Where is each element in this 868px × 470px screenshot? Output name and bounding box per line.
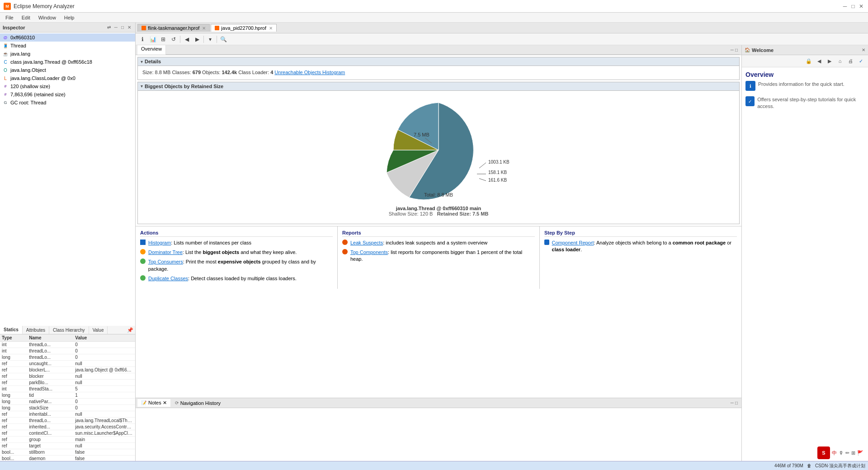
table-row[interactable]: refinheritabl...null (0, 411, 135, 418)
sub-tabs-max[interactable]: □ (735, 47, 738, 52)
welcome-print-btn[interactable]: 🖨 (846, 57, 855, 65)
dominator-link[interactable]: Dominator Tree (148, 249, 183, 255)
tree-item-address[interactable]: @ 0xff660310 (0, 33, 135, 42)
cell-type: ref (0, 437, 27, 443)
svg-line-3 (479, 179, 486, 181)
tree-item-gc[interactable]: G GC root: Thread (0, 99, 135, 107)
menu-file[interactable]: File (2, 14, 17, 21)
notes-tab[interactable]: 📝 Notes ✕ (137, 399, 170, 407)
table-row[interactable]: refinherited...java.security.AccessContr… (0, 424, 135, 430)
sub-tab-overview[interactable]: Overview (137, 45, 166, 55)
welcome-forward-btn[interactable]: ▶ (825, 57, 834, 65)
csdn-mic-btn[interactable]: 🎙 (839, 450, 844, 456)
welcome-controls[interactable]: ✕ (862, 47, 865, 52)
csdn-flag-btn[interactable]: 🚩 (857, 450, 863, 456)
table-row[interactable]: refgroupmain (0, 437, 135, 443)
component-report-link[interactable]: Component Report (552, 240, 594, 245)
toolbar-chart-btn[interactable]: 📊 (148, 35, 158, 44)
sub-tabs-min[interactable]: ─ (731, 47, 734, 52)
table-row[interactable]: reftargetnull (0, 443, 135, 449)
inspector-close-btn[interactable]: ✕ (126, 24, 132, 30)
file-tab-java-pid[interactable]: java_pid22700.hprof ✕ (211, 24, 277, 32)
biggest-objects-header[interactable]: ▾ Biggest Objects by Retained Size (138, 82, 739, 91)
table-row[interactable]: longstackSize0 (0, 405, 135, 411)
welcome-close[interactable]: ✕ (862, 47, 865, 52)
table-row[interactable]: refthreadLo...java.lang.ThreadLocal$Thre… (0, 418, 135, 424)
tree-item-classloader[interactable]: L java.lang.ClassLoader @ 0x0 (0, 74, 135, 82)
bottom-min-btn[interactable]: ─ (731, 400, 734, 405)
csdn-text[interactable]: 中 (832, 450, 837, 456)
flink-tab-close[interactable]: ✕ (202, 26, 206, 31)
table-row[interactable]: refblockernull (0, 373, 135, 380)
toolbar-refresh-btn[interactable]: ↺ (169, 35, 179, 44)
tab-value[interactable]: Value (89, 326, 108, 334)
tree-item-java-lang[interactable]: ☕ java.lang (0, 50, 135, 58)
duplicate-link[interactable]: Duplicate Classes (148, 276, 188, 281)
toolbar-sep2 (203, 36, 204, 43)
csdn-table-btn[interactable]: ⊞ (851, 450, 855, 456)
table-row[interactable]: longtid1 (0, 392, 135, 399)
bottom-max-btn[interactable]: □ (735, 400, 738, 405)
welcome-back-btn[interactable]: ◀ (815, 57, 824, 65)
inspector-panel-controls[interactable]: ⇄ ─ □ ✕ (106, 24, 132, 30)
nav-history-tab[interactable]: ⟳ Navigation History (171, 399, 224, 407)
tree-item-java-object[interactable]: O java.lang.Object (0, 66, 135, 74)
close-button[interactable]: ✕ (858, 3, 864, 9)
top-consumers-link[interactable]: Top Consumers (148, 259, 183, 264)
welcome-check-btn[interactable]: ✓ (856, 57, 865, 65)
tree-item-shallow[interactable]: # 120 (shallow size) (0, 82, 135, 90)
pin-button[interactable]: 📌 (125, 326, 135, 334)
tab-statics[interactable]: Statics (0, 326, 23, 334)
tree-item-thread[interactable]: 🧵 Thread (0, 42, 135, 50)
app-icon: M (4, 3, 11, 10)
inspector-sync-btn[interactable]: ⇄ (106, 24, 112, 30)
welcome-home-btn[interactable]: ⌂ (835, 57, 844, 65)
step-component-report: Component Report: Analyze objects which … (544, 240, 737, 254)
table-row[interactable]: longnativePar...0 (0, 399, 135, 405)
top-components-link[interactable]: Top Components (350, 249, 388, 255)
toolbar-search-btn[interactable]: 🔍 (218, 35, 228, 44)
details-link[interactable]: Unreachable Objects Histogram (274, 70, 345, 75)
tab-attributes[interactable]: Attributes (23, 326, 49, 334)
address-icon: @ (2, 34, 9, 41)
inspector-max-btn[interactable]: □ (120, 24, 125, 30)
csdn-s-btn[interactable]: S (817, 446, 830, 459)
leak-suspects-link[interactable]: Leak Suspects (350, 240, 383, 245)
table-row[interactable]: intthreadLo...0 (0, 348, 135, 354)
welcome-overview-content: Provides information for the quick start… (758, 81, 844, 88)
inspector-header: Inspector ⇄ ─ □ ✕ (0, 23, 135, 33)
notes-icon: 📝 (141, 400, 146, 405)
table-row[interactable]: intthreadSta...5 (0, 386, 135, 392)
histogram-link[interactable]: Histogram (148, 240, 171, 245)
table-row[interactable]: longthreadLo...0 (0, 354, 135, 361)
toolbar-grid-btn[interactable]: ⊞ (158, 35, 168, 44)
menu-edit[interactable]: Edit (18, 14, 34, 21)
toolbar-dropdown-btn[interactable]: ▾ (205, 35, 215, 44)
table-row[interactable]: intthreadLo...0 (0, 342, 135, 348)
welcome-lock-btn[interactable]: 🔒 (804, 57, 813, 65)
toolbar-back-btn[interactable]: ◀ (182, 35, 192, 44)
tab-class-hierarchy[interactable]: Class Hierarchy (49, 326, 89, 334)
table-row[interactable]: bool...stillbornfalse (0, 449, 135, 456)
inspector-min-btn[interactable]: ─ (113, 24, 119, 30)
tree-item-class-thread[interactable]: C class java.lang.Thread @ 0xff656c18 (0, 58, 135, 66)
minimize-button[interactable]: ─ (842, 3, 848, 9)
java-pid-tab-close[interactable]: ✕ (269, 26, 273, 31)
table-row[interactable]: refblockerL...java.lang.Object @ 0xff660… (0, 367, 135, 373)
pie-chart[interactable]: 7.5 MB 1003.1 KB 158.1 KB 161.6 KB (348, 98, 529, 202)
file-tab-flink[interactable]: flink-taskmanager.hprof ✕ (137, 24, 210, 32)
title-bar-controls[interactable]: ─ □ ✕ (842, 3, 864, 9)
tree-item-retained[interactable]: # 7,863,696 (retained size) (0, 90, 135, 99)
menu-help[interactable]: Help (61, 14, 78, 21)
bottom-panel-controls[interactable]: ─ □ (729, 400, 740, 405)
toolbar-forward-btn[interactable]: ▶ (192, 35, 202, 44)
table-row[interactable]: refparkBlo...null (0, 380, 135, 386)
csdn-edit-btn[interactable]: ✏ (845, 450, 849, 456)
menu-window[interactable]: Window (35, 14, 60, 21)
toolbar-info-btn[interactable]: ℹ (137, 35, 147, 44)
memory-icon[interactable]: 🗑 (807, 463, 811, 468)
table-row[interactable]: refuncaught...null (0, 361, 135, 367)
table-row[interactable]: refcontextCl...sun.misc.Launcher$AppClas… (0, 430, 135, 437)
maximize-button[interactable]: □ (850, 3, 856, 9)
details-header[interactable]: ▾ Details (138, 57, 739, 66)
